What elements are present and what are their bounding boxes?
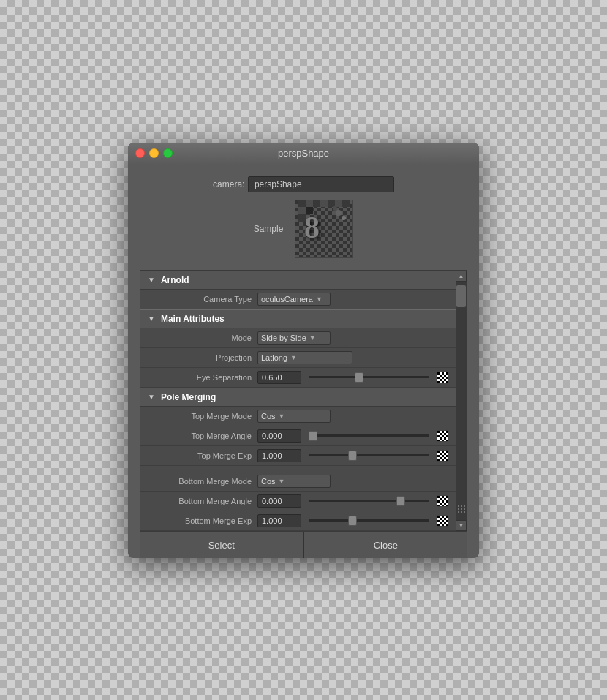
- projection-dropdown[interactable]: Latlong ▼: [257, 351, 352, 364]
- eye-separation-slider[interactable]: [309, 376, 429, 378]
- bottom-merge-mode-dropdown[interactable]: Cos ▼: [257, 475, 331, 488]
- close-button[interactable]: [135, 148, 145, 158]
- svg-rect-7: [342, 200, 350, 207]
- top-merge-mode-arrow-icon: ▼: [279, 413, 285, 420]
- top-merge-angle-thumb[interactable]: [309, 431, 317, 441]
- pole-merging-arrow-icon: ▼: [148, 393, 155, 401]
- top-merge-mode-dropdown[interactable]: Cos ▼: [257, 410, 331, 423]
- minimize-button[interactable]: [149, 148, 159, 158]
- main-attr-arrow-icon: ▼: [148, 315, 155, 323]
- top-merge-exp-slider[interactable]: [309, 454, 429, 456]
- bottom-merge-exp-thumb[interactable]: [348, 516, 357, 526]
- scroll-thumb-area: [456, 282, 467, 520]
- sample-image: 8: [298, 200, 350, 257]
- camera-type-row: Camera Type oculusCamera ▼: [140, 290, 456, 309]
- svg-rect-3: [313, 200, 320, 207]
- mode-label: Mode: [148, 334, 257, 342]
- mode-dropdown[interactable]: Side by Side ▼: [257, 331, 331, 345]
- camera-row: camera: perspShape: [140, 176, 467, 192]
- svg-rect-5: [328, 200, 335, 207]
- svg-rect-4: [320, 200, 328, 207]
- top-merge-exp-field[interactable]: 1.000: [257, 449, 301, 462]
- pole-merging-section-header[interactable]: ▼ Pole Merging: [140, 388, 456, 407]
- projection-row: Projection Latlong ▼: [140, 348, 456, 368]
- subsection-gap: [140, 466, 456, 472]
- projection-dropdown-arrow-icon: ▼: [290, 354, 297, 361]
- bottom-merge-angle-field[interactable]: 0.000: [257, 494, 301, 508]
- bottom-merge-angle-thumb[interactable]: [396, 496, 405, 506]
- select-button[interactable]: Select: [140, 532, 304, 558]
- main-attr-section-header[interactable]: ▼ Main Attributes: [140, 309, 456, 328]
- svg-rect-2: [306, 200, 313, 207]
- bottom-merge-angle-control: 0.000: [257, 494, 448, 508]
- camera-type-dropdown[interactable]: oculusCamera ▼: [257, 293, 331, 306]
- top-merge-mode-label: Top Merge Mode: [148, 412, 257, 421]
- mode-dropdown-arrow-icon: ▼: [309, 334, 316, 342]
- top-merge-exp-checker[interactable]: [437, 450, 448, 462]
- bottom-merge-mode-label: Bottom Merge Mode: [148, 477, 257, 486]
- inner-content: ▼ Arnold Camera Type oculusCamera ▼ ▼: [140, 271, 456, 531]
- camera-type-control: oculusCamera ▼: [257, 293, 448, 306]
- bottom-merge-exp-label: Bottom Merge Exp: [148, 516, 257, 525]
- top-merge-mode-row: Top Merge Mode Cos ▼: [140, 407, 456, 426]
- bottom-merge-angle-checker[interactable]: [437, 495, 448, 507]
- eye-separation-checker[interactable]: [437, 372, 448, 383]
- maximize-button[interactable]: [163, 148, 173, 158]
- projection-control: Latlong ▼: [257, 351, 448, 364]
- bottom-merge-angle-slider[interactable]: [309, 500, 429, 502]
- camera-value[interactable]: perspShape: [248, 176, 394, 192]
- main-attr-section-title: Main Attributes: [161, 314, 225, 324]
- eye-separation-row: Eye Separation 0.650: [140, 368, 456, 388]
- scroll-grip: [456, 505, 466, 513]
- mode-row: Mode Side by Side ▼: [140, 328, 456, 348]
- close-dialog-button[interactable]: Close: [304, 532, 468, 558]
- camera-type-label: Camera Type: [148, 295, 257, 304]
- bottom-buttons: Select Close: [140, 532, 467, 558]
- bottom-merge-exp-field[interactable]: 1.000: [257, 514, 301, 527]
- scroll-up-button[interactable]: ▲: [456, 271, 467, 282]
- arnold-section-title: Arnold: [161, 275, 189, 285]
- window-title: perspShape: [278, 148, 329, 159]
- camera-type-value: oculusCamera: [261, 295, 313, 304]
- scroll-down-button[interactable]: ▼: [456, 520, 467, 531]
- sample-thumbnail: 8: [295, 200, 353, 258]
- mode-value: Side by Side: [261, 334, 306, 342]
- bottom-merge-exp-control: 1.000: [257, 514, 448, 527]
- scroll-thumb[interactable]: [456, 285, 466, 307]
- svg-point-14: [333, 206, 337, 211]
- bottom-merge-exp-slider[interactable]: [309, 519, 429, 522]
- eye-separation-label: Eye Separation: [148, 373, 257, 382]
- sample-label: Sample: [254, 224, 284, 234]
- svg-rect-1: [298, 200, 306, 207]
- sample-row: Sample: [140, 200, 467, 258]
- svg-text:8: 8: [304, 211, 320, 244]
- bottom-merge-angle-row: Bottom Merge Angle 0.000: [140, 492, 456, 511]
- traffic-lights: [135, 148, 173, 158]
- top-merge-angle-slider[interactable]: [309, 434, 429, 437]
- eye-separation-field[interactable]: 0.650: [257, 371, 301, 384]
- svg-rect-6: [335, 200, 342, 207]
- top-merge-angle-row: Top Merge Angle 0.000: [140, 426, 456, 446]
- projection-label: Projection: [148, 353, 257, 362]
- camera-label: camera:: [213, 179, 244, 189]
- top-merge-exp-row: Top Merge Exp 1.000: [140, 446, 456, 466]
- bottom-merge-mode-value: Cos: [261, 477, 276, 486]
- dropdown-arrow-icon: ▼: [316, 296, 323, 303]
- eye-separation-thumb[interactable]: [355, 372, 363, 383]
- bottom-merge-exp-row: Bottom Merge Exp 1.000: [140, 511, 456, 531]
- top-merge-angle-checker[interactable]: [437, 430, 448, 442]
- top-merge-mode-value: Cos: [261, 412, 276, 421]
- main-window: perspShape camera: perspShape Sample: [128, 143, 479, 558]
- top-merge-exp-thumb[interactable]: [348, 451, 357, 461]
- top-merge-angle-label: Top Merge Angle: [148, 432, 257, 440]
- projection-value: Latlong: [261, 353, 287, 362]
- mode-control: Side by Side ▼: [257, 331, 448, 345]
- scroll-track: ▲ ▼: [456, 271, 467, 531]
- scrollable-area: ▲ ▼ ▼ Arnold Camera: [140, 270, 467, 532]
- bottom-merge-exp-checker[interactable]: [437, 515, 448, 527]
- bottom-merge-mode-control: Cos ▼: [257, 475, 448, 488]
- window-body: camera: perspShape Sample: [128, 165, 479, 558]
- arnold-section-header[interactable]: ▼ Arnold: [140, 271, 456, 290]
- top-merge-angle-field[interactable]: 0.000: [257, 429, 301, 443]
- bottom-merge-mode-arrow-icon: ▼: [279, 478, 285, 485]
